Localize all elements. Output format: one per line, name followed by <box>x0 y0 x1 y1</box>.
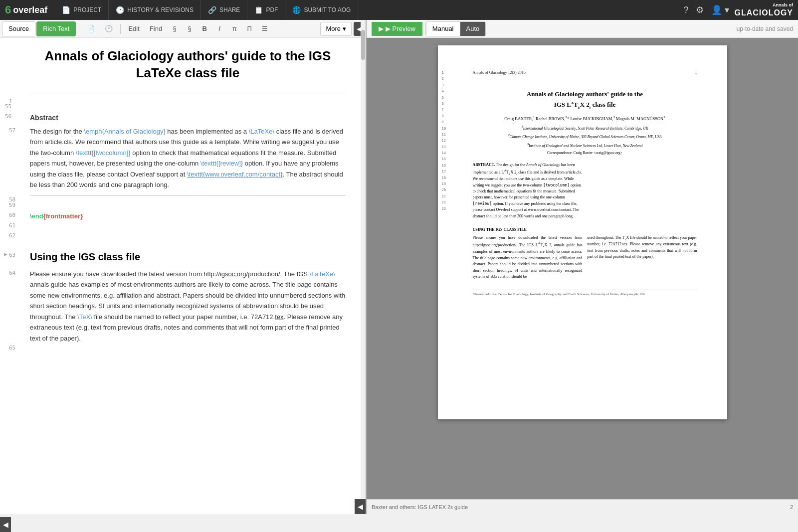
edit-btn[interactable]: Edit <box>124 22 144 36</box>
pdf-affil-3: 3Institute of Geological and Nuclear Sci… <box>473 142 697 149</box>
pdf-line-numbers: 1 2 3 4 5 6 7 8 9 10 11 12 13 14 15 16 1 <box>442 70 446 212</box>
preview-play-icon: ▶ <box>379 25 384 32</box>
manual-tab[interactable]: Manual <box>426 22 460 36</box>
pdf-ln-20: 20 <box>442 187 446 193</box>
section-btn[interactable]: § <box>168 22 182 36</box>
editor-toolbar: Source Rich Text 📄 🕐 Edit Find § § B I π… <box>0 20 366 38</box>
help-icon[interactable]: ? <box>683 5 688 15</box>
nav-history-label: HISTORY & REVISIONS <box>127 6 194 13</box>
pdf-ln-22: 22 <box>442 200 446 206</box>
math-display-btn[interactable]: Π <box>242 22 256 36</box>
pdf-footnote: *Present address: Centre for Glaciology,… <box>473 290 697 296</box>
pdf-ln-19: 19 <box>442 181 446 187</box>
pdf-ln-1: 1 <box>442 70 446 76</box>
preview-status: up-to-date and saved <box>737 25 793 32</box>
pdf-section-col1: Please ensure you have downloaded the la… <box>473 235 583 280</box>
bold-btn[interactable]: B <box>198 22 211 36</box>
abstract-paragraph: The design for the \emph{Annals of Glaci… <box>30 126 346 190</box>
tex-ext: tex <box>275 313 283 321</box>
pdf-affil-2: 2Climate Change Institute, University of… <box>473 133 697 140</box>
main-layout: Source Rich Text 📄 🕐 Edit Find § § B I π… <box>0 20 798 514</box>
editor-content-area[interactable]: Annals of Glaciology authors' guide to t… <box>0 38 366 514</box>
pdf-header: Annals of Glaciology 12(3) 2016 1 <box>473 70 697 75</box>
collapse-editor-bottom-btn[interactable]: ◀ <box>355 499 366 514</box>
brand-logo[interactable]: 6 overleaf <box>5 3 47 16</box>
history-icon: 🕐 <box>116 6 124 14</box>
pdf-ln-14: 14 <box>442 151 446 157</box>
emph-cmd: \emph <box>84 128 102 135</box>
editor-scrollbar[interactable] <box>361 20 366 514</box>
pdf-affil-1: 1International Glaciological Society, Sc… <box>473 124 697 131</box>
twocol-cmd: \texttt{[twocolumn]} <box>76 149 131 157</box>
preview-toolbar: ▶ ▶ Preview Manual Auto up-to-date and s… <box>367 20 798 38</box>
auto-tab[interactable]: Auto <box>460 22 486 36</box>
pdf-abstract-text: The design for the Annals of Glaciology … <box>473 163 582 218</box>
source-tab[interactable]: Source <box>2 21 35 36</box>
pdf-ln-17: 17 <box>442 169 446 175</box>
pdf-section-two-col: Please ensure you have downloaded the la… <box>473 235 697 280</box>
nav-share[interactable]: 🔗 SHARE <box>201 0 247 20</box>
nav-history[interactable]: 🕐 HISTORY & REVISIONS <box>109 0 201 20</box>
pdf-header-left: Annals of Glaciology 12(3) 2016 <box>473 70 526 75</box>
user-icon[interactable]: 👤 ▾ <box>711 4 729 15</box>
pdf-ln-11: 11 <box>442 132 446 138</box>
line-63: 63 <box>9 251 15 260</box>
math-inline-btn[interactable]: π <box>227 22 241 36</box>
pdf-ln-15: 15 <box>442 157 446 163</box>
pdf-icon: 📋 <box>254 6 263 14</box>
nav-pdf-label: PDF <box>266 6 278 13</box>
list-btn[interactable]: ☰ <box>257 22 272 36</box>
preview-footer-text: Baxter and others: IGS LATEX 2ε guide 2 <box>372 504 793 510</box>
line-60: 60 <box>9 211 15 220</box>
editor-scrollbar-thumb[interactable] <box>361 30 365 60</box>
pdf-two-column-layout: ABSTRACT. The design for the Annals of G… <box>473 162 697 219</box>
more-label: More <box>326 25 341 32</box>
nav-submit[interactable]: 🌐 SUBMIT TO AOG <box>285 0 358 20</box>
pdf-abstract-head: ABSTRACT. <box>473 163 495 167</box>
pdf-ln-10: 10 <box>442 126 446 132</box>
pdf-ln-8: 8 <box>442 114 446 120</box>
rich-text-tab[interactable]: Rich Text <box>36 21 76 36</box>
submit-icon: 🌐 <box>292 6 301 14</box>
settings-icon[interactable]: ⚙ <box>696 4 704 15</box>
pdf-ln-6: 6 <box>442 101 446 107</box>
nav-pdf[interactable]: 📋 PDF <box>247 0 285 20</box>
nav-share-label: SHARE <box>219 6 240 13</box>
line-64: 64 <box>9 269 15 278</box>
line-61: 61 <box>9 221 15 230</box>
pdf-ln-13: 13 <box>442 145 446 151</box>
overleaf-icon: 6 <box>5 3 11 16</box>
project-icon: 📄 <box>62 6 70 14</box>
italic-btn[interactable]: I <box>212 22 226 36</box>
preview-run-btn[interactable]: ▶ ▶ Preview <box>372 22 422 36</box>
section-paragraph: Please ensure you have downloaded the la… <box>30 269 346 344</box>
emph-arg: {Annals of Glaciology} <box>102 128 166 135</box>
journal-name: GLACIOLOGY <box>734 8 793 17</box>
history-btn[interactable]: 🕐 <box>100 22 117 36</box>
insert-file-btn[interactable]: 📄 <box>82 22 99 36</box>
pdf-preview-content[interactable]: 1 2 3 4 5 6 7 8 9 10 11 12 13 14 15 16 1 <box>367 38 798 499</box>
overleaf-text: overleaf <box>13 5 47 15</box>
pdf-section-heading: USING THE IGS CLASS FILE <box>473 227 697 232</box>
pdf-ln-7: 7 <box>442 107 446 113</box>
line-65: 65 <box>9 344 15 353</box>
pdf-correspondence: Correspondence: Craig Baxter <craig@igso… <box>473 151 697 155</box>
journal-prefix: Annals of <box>773 2 793 8</box>
find-btn[interactable]: Find <box>145 22 167 36</box>
pdf-header-right: 1 <box>695 70 697 75</box>
url-cmd: \texttt{www.overleaf.com/contact} <box>187 171 283 178</box>
line-62: 62 <box>9 231 15 240</box>
more-button[interactable]: More ▾ <box>320 22 352 36</box>
nav-project-label: PROJECT <box>73 6 101 13</box>
nav-submit-label: SUBMIT TO AOG <box>304 6 351 13</box>
end-frontmatter: \end{frontmatter} <box>30 211 346 221</box>
more-chevron-icon: ▾ <box>343 25 346 32</box>
pdf-footer-right: 2 <box>790 504 793 510</box>
pdf-title-line1: Annals of Glaciology authors' guide to t… <box>473 90 697 99</box>
preview-run-label: ▶ Preview <box>386 25 415 32</box>
nav-project[interactable]: 📄 PROJECT <box>55 0 109 20</box>
collapse-63-icon[interactable]: ▶ <box>4 251 7 258</box>
pdf-ln-5: 5 <box>442 95 446 101</box>
subsection-btn[interactable]: § <box>183 22 197 36</box>
line-56: 56 <box>5 112 11 121</box>
